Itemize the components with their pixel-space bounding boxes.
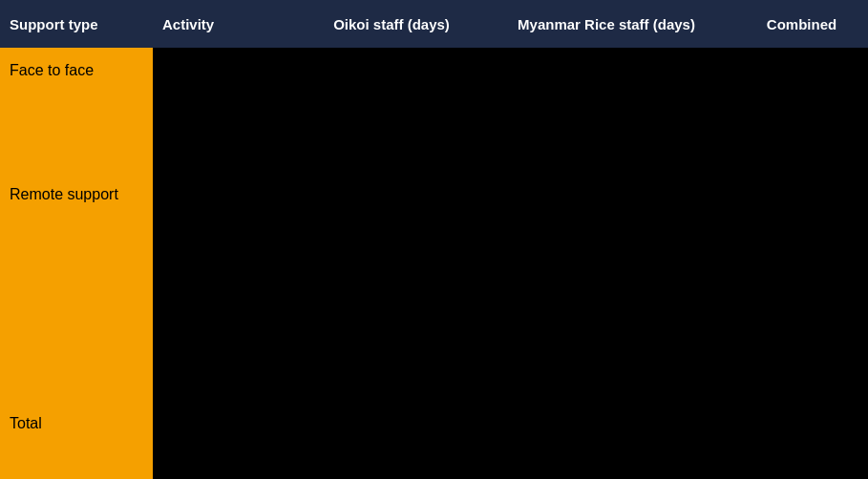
- row-face-to-face: Face to face: [0, 48, 153, 172]
- table-header: Support type Activity Oikoi staff (days)…: [0, 0, 868, 48]
- header-oikoi-staff: Oikoi staff (days): [306, 16, 477, 32]
- content-area: [153, 48, 868, 479]
- row-remote-support: Remote support: [0, 172, 153, 401]
- header-support-type: Support type: [0, 16, 153, 32]
- main-table: Support type Activity Oikoi staff (days)…: [0, 0, 868, 479]
- support-type-column: Face to face Remote support Total: [0, 48, 153, 479]
- header-activity: Activity: [153, 16, 306, 32]
- total-label: Total: [10, 415, 42, 432]
- table-body: Face to face Remote support Total: [0, 48, 868, 479]
- row-total: Total: [0, 401, 153, 479]
- remote-support-label: Remote support: [10, 186, 118, 203]
- face-to-face-label: Face to face: [10, 62, 94, 79]
- header-combined: Combined: [735, 16, 868, 32]
- header-myanmar-rice-staff: Myanmar Rice staff (days): [477, 16, 735, 32]
